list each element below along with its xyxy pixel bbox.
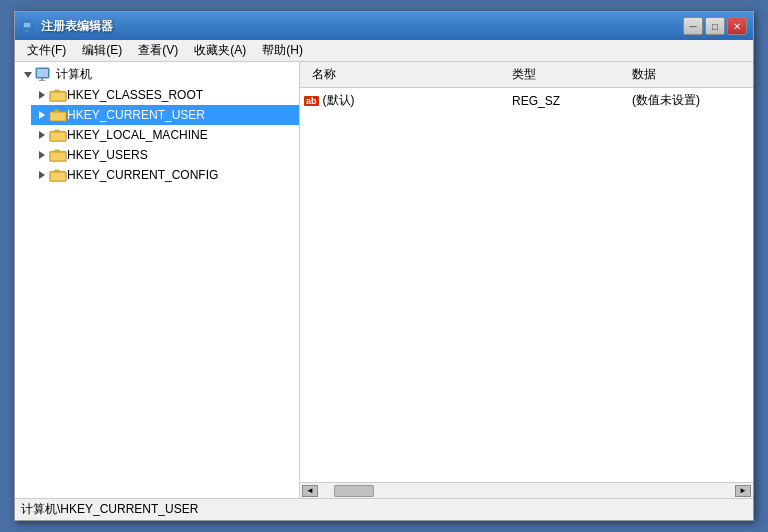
menu-view[interactable]: 查看(V) [130, 40, 186, 61]
scroll-right-button[interactable]: ► [735, 485, 751, 497]
svg-rect-7 [39, 80, 45, 81]
close-button[interactable]: ✕ [727, 17, 747, 35]
minimize-button[interactable]: ─ [683, 17, 703, 35]
regedit-window: 注册表编辑器 ─ □ ✕ 文件(F) 编辑(E) 查看(V) 收藏夹(A) 帮助… [14, 11, 754, 521]
folder-icon-hkcc [49, 167, 67, 183]
scroll-thumb[interactable] [334, 485, 374, 497]
tree-item-hkcr[interactable]: HKEY_CLASSES_ROOT [31, 85, 299, 105]
menu-favorites[interactable]: 收藏夹(A) [186, 40, 254, 61]
svg-rect-1 [24, 23, 30, 27]
tree-root-label: 计算机 [56, 66, 92, 83]
data-row-type: REG_SZ [504, 94, 624, 108]
column-headers: 名称 类型 数据 [300, 62, 753, 88]
expand-icon-hkcu [33, 107, 49, 123]
menu-edit[interactable]: 编辑(E) [74, 40, 130, 61]
expand-icon-hkcc [33, 167, 49, 183]
tree-label-hkcc: HKEY_CURRENT_CONFIG [67, 168, 218, 182]
col-header-name: 名称 [304, 64, 504, 85]
tree-item-hkcu[interactable]: HKEY_CURRENT_USER [31, 105, 299, 125]
svg-rect-2 [26, 29, 28, 31]
tree-item-hkcc[interactable]: HKEY_CURRENT_CONFIG [31, 165, 299, 185]
expand-icon-root [19, 67, 35, 83]
data-row-name: ab (默认) [304, 92, 504, 109]
tree-label-hkcr: HKEY_CLASSES_ROOT [67, 88, 203, 102]
title-bar: 注册表编辑器 ─ □ ✕ [15, 12, 753, 40]
svg-rect-12 [50, 172, 66, 181]
svg-rect-6 [41, 78, 43, 80]
folder-icon-hkcu [49, 107, 67, 123]
menu-bar: 文件(F) 编辑(E) 查看(V) 收藏夹(A) 帮助(H) [15, 40, 753, 62]
status-bar: 计算机\HKEY_CURRENT_USER [15, 498, 753, 520]
title-bar-left: 注册表编辑器 [21, 18, 113, 35]
expand-icon-hklm [33, 127, 49, 143]
folder-icon-hku [49, 147, 67, 163]
tree-label-hku: HKEY_USERS [67, 148, 148, 162]
scroll-left-button[interactable]: ◄ [302, 485, 318, 497]
data-row[interactable]: ab (默认) REG_SZ (数值未设置) [300, 90, 753, 111]
horizontal-scrollbar[interactable]: ◄ ► [300, 482, 753, 498]
data-name-value: (默认) [323, 92, 355, 109]
col-header-data: 数据 [624, 64, 749, 85]
tree-children: HKEY_CLASSES_ROOT HKEY_CURRENT_USER [15, 85, 299, 185]
tree-root[interactable]: 计算机 [15, 64, 299, 85]
ab-icon: ab [304, 96, 319, 106]
tree-panel[interactable]: 计算机 HKEY_CLASSES_ROOT [15, 62, 300, 498]
svg-rect-9 [50, 112, 66, 121]
expand-icon-hku [33, 147, 49, 163]
menu-file[interactable]: 文件(F) [19, 40, 74, 61]
right-body: ab (默认) REG_SZ (数值未设置) [300, 88, 753, 482]
title-text: 注册表编辑器 [41, 18, 113, 35]
computer-icon [35, 67, 53, 83]
svg-rect-11 [50, 152, 66, 161]
tree-label-hkcu: HKEY_CURRENT_USER [67, 108, 205, 122]
tree-item-hku[interactable]: HKEY_USERS [31, 145, 299, 165]
svg-rect-5 [37, 69, 48, 77]
status-text: 计算机\HKEY_CURRENT_USER [21, 501, 198, 518]
maximize-button[interactable]: □ [705, 17, 725, 35]
expand-icon-hkcr [33, 87, 49, 103]
data-row-data: (数值未设置) [624, 92, 749, 109]
tree-label-hklm: HKEY_LOCAL_MACHINE [67, 128, 208, 142]
app-icon [21, 18, 37, 34]
svg-rect-8 [50, 92, 66, 101]
right-panel: 名称 类型 数据 ab (默认) REG_SZ (数值未设置) ◄ [300, 62, 753, 498]
folder-icon-hkcr [49, 87, 67, 103]
title-buttons: ─ □ ✕ [683, 17, 747, 35]
folder-icon-hklm [49, 127, 67, 143]
main-content: 计算机 HKEY_CLASSES_ROOT [15, 62, 753, 498]
svg-rect-10 [50, 132, 66, 141]
menu-help[interactable]: 帮助(H) [254, 40, 311, 61]
tree-item-hklm[interactable]: HKEY_LOCAL_MACHINE [31, 125, 299, 145]
col-header-type: 类型 [504, 64, 624, 85]
svg-rect-3 [24, 31, 30, 32]
